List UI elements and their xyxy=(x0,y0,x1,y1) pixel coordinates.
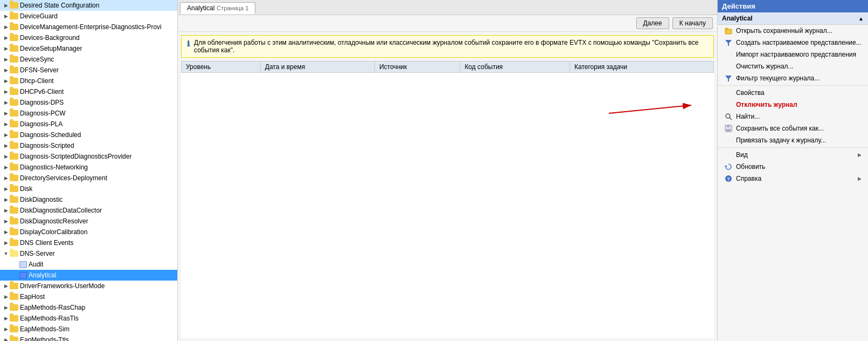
col-source: Источник xyxy=(374,62,460,73)
info-banner: ℹ Для облегчения работы с этим аналитиче… xyxy=(181,35,714,58)
expand-icon[interactable]: ▶ xyxy=(2,174,10,182)
folder-icon xyxy=(10,283,18,289)
tab-analytical[interactable]: Analytical Страница 1 xyxy=(180,2,255,14)
expand-icon[interactable]: ▶ xyxy=(2,12,10,20)
expand-icon[interactable]: ▶ xyxy=(2,315,10,322)
expand-icon[interactable]: ▶ xyxy=(2,217,10,225)
tree-item[interactable]: ▶Diagnosis-PLA xyxy=(0,119,177,129)
tree-item[interactable]: ▶DisplayColorCalibration xyxy=(0,227,177,237)
tree-item[interactable]: ▶EapHost xyxy=(0,291,177,302)
tree-item[interactable]: ▶Desired State Configuration xyxy=(0,0,177,11)
action-item-5[interactable]: Свойства xyxy=(718,87,868,99)
tree-item[interactable]: ▶Diagnosis-ScriptedDiagnosticsProvider xyxy=(0,151,177,162)
expand-icon[interactable]: ▶ xyxy=(2,153,10,160)
folder-icon xyxy=(10,56,18,63)
expand-icon[interactable]: ▶ xyxy=(2,110,10,117)
expand-icon[interactable]: ▶ xyxy=(2,304,10,311)
tree-item[interactable]: ▶EapMethods-Sim xyxy=(0,324,177,335)
tree-item-label: DriverFrameworks-UserMode xyxy=(20,282,105,290)
open-icon xyxy=(724,26,733,35)
tree-item-label: Diagnosis-PLA xyxy=(20,120,63,128)
expand-icon[interactable]: ▶ xyxy=(2,88,10,96)
expand-icon[interactable]: ▶ xyxy=(2,131,10,139)
tree-item[interactable]: ▶EapMethods-RasChap xyxy=(0,302,177,313)
action-label: Импорт настраиваемого представления xyxy=(736,51,862,58)
folder-icon xyxy=(10,186,18,192)
action-label: Фильтр текущего журнала... xyxy=(736,74,862,82)
tree-item[interactable]: ▶EapMethods-RasTls xyxy=(0,313,177,324)
tree-item[interactable]: Analytical xyxy=(0,270,177,281)
expand-icon[interactable]: ▶ xyxy=(2,282,10,290)
tree-item[interactable]: ▶DirectoryServices-Deployment xyxy=(0,173,177,183)
tree-item[interactable]: ▶Diagnosis-DPS xyxy=(0,97,177,108)
action-item-0[interactable]: Открыть сохраненный журнал... xyxy=(718,25,868,37)
action-item-3[interactable]: Очистить журнал... xyxy=(718,60,868,72)
expand-icon[interactable]: ▶ xyxy=(2,185,10,193)
next-button[interactable]: Далее xyxy=(636,17,669,29)
expand-icon[interactable]: ▶ xyxy=(2,56,10,63)
expand-icon[interactable]: ▶ xyxy=(2,99,10,106)
tree-item[interactable]: ▶Devices-Background xyxy=(0,32,177,43)
toolbar: Далее К началу xyxy=(178,15,717,32)
tree-item[interactable]: ▶DiskDiagnosticResolver xyxy=(0,216,177,227)
action-item-12[interactable]: ?Справка▶ xyxy=(718,173,868,185)
tree-item[interactable]: ▶DiskDiagnosticDataCollector xyxy=(0,205,177,216)
help-icon: ? xyxy=(724,174,733,183)
tab-label: Analytical xyxy=(187,4,214,12)
tree-item[interactable]: ▶DeviceGuard xyxy=(0,11,177,22)
expand-icon[interactable]: ▶ xyxy=(2,336,10,341)
expand-icon[interactable]: ▶ xyxy=(2,23,10,31)
action-item-4[interactable]: Фильтр текущего журнала... xyxy=(718,72,868,84)
expand-icon[interactable]: ▶ xyxy=(2,45,10,52)
action-item-6[interactable]: Отключить журнал xyxy=(718,99,868,111)
expand-icon[interactable]: ▶ xyxy=(2,142,10,149)
folder-icon xyxy=(10,153,18,160)
collapse-icon[interactable]: ▲ xyxy=(858,16,864,22)
tree-item[interactable]: ▼DNS-Server xyxy=(0,248,177,259)
tree-item-label: EapHost xyxy=(20,293,45,301)
action-label: Справка xyxy=(736,175,855,182)
action-label: Найти... xyxy=(736,113,862,120)
expand-icon[interactable]: ▶ xyxy=(2,77,10,85)
tree-item[interactable]: ▶EapMethods-Ttls xyxy=(0,335,177,341)
tree-item[interactable]: ▶Diagnosis-Scheduled xyxy=(0,129,177,140)
tree-item[interactable]: ▶Diagnosis-Scripted xyxy=(0,140,177,151)
expand-icon[interactable]: ▶ xyxy=(2,293,10,301)
tree-item[interactable]: ▶DriverFrameworks-UserMode xyxy=(0,281,177,291)
tree-item[interactable]: ▶DFSN-Server xyxy=(0,65,177,76)
expand-icon[interactable]: ▶ xyxy=(2,325,10,333)
expand-icon[interactable]: ▶ xyxy=(2,163,10,171)
tree-item[interactable]: ▶DeviceManagement-Enterprise-Diagnostics… xyxy=(0,22,177,32)
tree-item[interactable]: ▶Diagnostics-Networking xyxy=(0,162,177,173)
action-item-10[interactable]: Вид▶ xyxy=(718,149,868,161)
action-item-7[interactable]: Найти... xyxy=(718,111,868,122)
tab-bar: Analytical Страница 1 xyxy=(178,0,717,15)
filter-icon xyxy=(724,74,733,83)
tree-item[interactable]: ▶DeviceSetupManager xyxy=(0,43,177,54)
expand-icon[interactable]: ▶ xyxy=(2,34,10,42)
tree-item[interactable]: ▶DeviceSync xyxy=(0,54,177,65)
start-button[interactable]: К началу xyxy=(672,17,713,29)
expand-icon[interactable]: ▶ xyxy=(2,239,10,247)
action-item-11[interactable]: Обновить xyxy=(718,161,868,173)
expand-icon[interactable]: ▶ xyxy=(2,120,10,128)
tree-item[interactable]: ▶Dhcp-Client xyxy=(0,76,177,86)
action-item-2[interactable]: Импорт настраиваемого представления xyxy=(718,49,868,60)
action-item-9[interactable]: Привязать задачу к журналу... xyxy=(718,134,868,146)
expand-icon[interactable]: ▶ xyxy=(2,196,10,203)
action-item-8[interactable]: Сохранить все события как... xyxy=(718,122,868,134)
tree-item[interactable]: ▶DHCPv6-Client xyxy=(0,86,177,97)
tree-item[interactable]: Audit xyxy=(0,259,177,270)
tree-item[interactable]: ▶DiskDiagnostic xyxy=(0,194,177,205)
expand-icon[interactable]: ▼ xyxy=(2,250,10,257)
expand-icon[interactable]: ▶ xyxy=(2,2,10,9)
folder-icon xyxy=(10,229,18,235)
action-item-1[interactable]: Создать настраиваемое представление... xyxy=(718,37,868,49)
tree-item[interactable]: ▶Disk xyxy=(0,183,177,194)
tree-item[interactable]: ▶DNS Client Events xyxy=(0,237,177,248)
event-table[interactable]: Уровень Дата и время Источник Код событи… xyxy=(181,61,714,338)
expand-icon[interactable]: ▶ xyxy=(2,228,10,236)
tree-item[interactable]: ▶Diagnosis-PCW xyxy=(0,108,177,119)
expand-icon[interactable]: ▶ xyxy=(2,66,10,74)
expand-icon[interactable]: ▶ xyxy=(2,207,10,214)
